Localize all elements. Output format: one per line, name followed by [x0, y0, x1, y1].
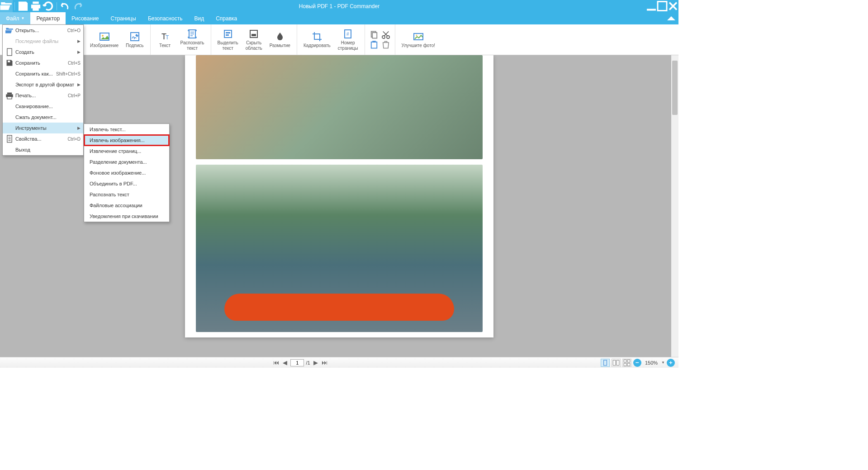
- ribbon-ocr-button[interactable]: Распознать текст: [177, 28, 208, 52]
- last-page-button[interactable]: ⏭: [321, 359, 328, 366]
- submenu-extract-text[interactable]: Извлечь текст...: [84, 124, 169, 135]
- menu-compress[interactable]: Сжать документ...: [3, 112, 83, 123]
- menu-editor[interactable]: Редактор: [30, 12, 66, 24]
- close-button[interactable]: [668, 0, 678, 12]
- menu-open[interactable]: Открыть... Ctrl+O: [3, 25, 83, 36]
- delete-icon[interactable]: [381, 40, 390, 49]
- ribbon-group-clipboard: [365, 24, 395, 55]
- submenu-background-img[interactable]: Фоновое изображение...: [84, 167, 169, 178]
- menu-view[interactable]: Вид: [188, 12, 210, 24]
- titlebar: Новый PDF 1 - PDF Commander: [0, 0, 678, 12]
- svg-rect-10: [226, 34, 229, 36]
- paste-icon[interactable]: [370, 40, 379, 49]
- menu-create[interactable]: Создать ▶: [3, 47, 83, 57]
- menu-item-label: Извлечь текст...: [90, 127, 166, 132]
- menu-security[interactable]: Безопасность: [142, 12, 189, 24]
- zoom-dropdown-icon[interactable]: ▼: [661, 361, 665, 365]
- page-canvas[interactable]: [185, 55, 493, 337]
- menu-item-label: Сканирование...: [15, 104, 81, 109]
- collapse-ribbon-icon[interactable]: [664, 12, 678, 24]
- minimize-button[interactable]: [646, 0, 657, 12]
- menu-exit[interactable]: Выход: [3, 144, 83, 155]
- ribbon-label: Кадрировать: [304, 43, 331, 48]
- first-page-button[interactable]: ⏮: [272, 359, 280, 366]
- menu-item-label: Открыть...: [15, 28, 67, 33]
- file-menu-dropdown: Открыть... Ctrl+O Последние файлы ▶ Созд…: [2, 24, 84, 156]
- svg-rect-4: [131, 33, 139, 41]
- save-icon[interactable]: [17, 0, 29, 12]
- pagenum-icon: #: [342, 28, 353, 39]
- crop-icon: [312, 31, 323, 42]
- redo-icon[interactable]: [71, 0, 84, 12]
- page-total-label: /1: [306, 360, 310, 366]
- ribbon-image-button[interactable]: Изображение: [86, 30, 122, 49]
- menu-item-label: Последние файлы: [15, 38, 77, 44]
- menu-tools[interactable]: Инструменты ▶: [3, 123, 83, 133]
- submenu-extract-images[interactable]: Извлечь изображения...: [84, 135, 169, 146]
- zoom-in-button[interactable]: +: [667, 359, 675, 367]
- svg-rect-27: [627, 360, 630, 362]
- ribbon-hide-area-button[interactable]: Скрыть область: [242, 28, 266, 52]
- maximize-button[interactable]: [657, 0, 668, 12]
- menu-file[interactable]: Файл▼: [0, 12, 30, 24]
- print-icon[interactable]: [29, 0, 42, 12]
- submenu-ocr[interactable]: Распознать текст: [84, 189, 169, 200]
- signature-icon: [129, 31, 140, 42]
- menu-scan[interactable]: Сканирование...: [3, 101, 83, 112]
- view-two-page-button[interactable]: [612, 359, 621, 367]
- menu-export[interactable]: Экспорт в другой формат ▶: [3, 79, 83, 90]
- ribbon-blur-button[interactable]: Размытие: [266, 30, 294, 49]
- open-icon[interactable]: [0, 0, 13, 12]
- blur-icon: [275, 31, 285, 42]
- submenu-merge-pdf[interactable]: Объединить в PDF...: [84, 178, 169, 189]
- cut-icon[interactable]: [381, 30, 390, 39]
- chevron-right-icon: ▶: [77, 126, 81, 130]
- svg-rect-12: [251, 34, 256, 36]
- menu-help[interactable]: Справка: [210, 12, 243, 24]
- view-grid-button[interactable]: [622, 359, 631, 367]
- ribbon-group-insert: Изображение Подпись: [84, 24, 151, 55]
- ribbon-enhance-button[interactable]: Улучшите фото!: [398, 30, 439, 49]
- rotate-icon[interactable]: [42, 0, 55, 12]
- submenu-split-doc[interactable]: Разделение документа...: [84, 157, 169, 167]
- properties-icon: [5, 135, 14, 143]
- menu-print[interactable]: Печать... Ctrl+P: [3, 90, 83, 101]
- hide-area-icon: [248, 28, 259, 39]
- copy-icon[interactable]: [370, 30, 379, 39]
- submenu-extract-pages[interactable]: Извлечение страниц...: [84, 146, 169, 157]
- next-page-button[interactable]: ▶: [312, 359, 319, 366]
- svg-point-22: [416, 34, 417, 36]
- ribbon-label: Скрыть область: [246, 40, 262, 51]
- undo-icon[interactable]: [59, 0, 71, 12]
- menu-pages[interactable]: Страницы: [105, 12, 142, 24]
- menu-item-label: Инструменты: [15, 125, 77, 131]
- tools-submenu-dropdown: Извлечь текст... Извлечь изображения... …: [84, 123, 170, 222]
- ribbon-crop-button[interactable]: Кадрировать: [300, 30, 334, 49]
- submenu-file-assoc[interactable]: Файловые ассоциации: [84, 200, 169, 211]
- ribbon-highlight-button[interactable]: Выделить текст: [214, 28, 242, 52]
- menu-file-label: Файл: [6, 15, 19, 22]
- view-single-page-button[interactable]: [601, 359, 610, 367]
- svg-rect-16: [372, 33, 377, 38]
- scrollbar-thumb[interactable]: [672, 61, 678, 115]
- highlight-icon: [223, 28, 233, 39]
- submenu-download-notify[interactable]: Уведомления при скачивании: [84, 211, 169, 222]
- menu-properties[interactable]: Свойства... Ctrl+D: [3, 133, 83, 144]
- shortcut-label: Shift+Ctrl+S: [56, 71, 81, 76]
- zoom-out-button[interactable]: −: [633, 359, 641, 367]
- prev-page-button[interactable]: ◀: [281, 359, 289, 366]
- page-number-input[interactable]: [290, 359, 304, 366]
- menu-item-label: Уведомления при скачивании: [90, 214, 166, 219]
- menu-item-label: Сохранить: [15, 60, 68, 66]
- ribbon-text-button[interactable]: TT Текст: [153, 30, 177, 49]
- menu-saveas[interactable]: Сохранить как... Shift+Ctrl+S: [3, 68, 83, 79]
- page-navigator: ⏮ ◀ /1 ▶ ⏭: [272, 359, 328, 366]
- menu-save[interactable]: Сохранить Ctrl+S: [3, 57, 83, 68]
- chevron-right-icon: ▶: [77, 39, 81, 43]
- menu-recent-files: Последние файлы ▶: [3, 36, 83, 47]
- ribbon-pagenum-button[interactable]: # Номер страницы: [334, 28, 362, 52]
- ribbon-label: Текст: [159, 43, 171, 48]
- menu-draw[interactable]: Рисование: [66, 12, 104, 24]
- ribbon-sign-button[interactable]: Подпись: [122, 30, 147, 49]
- vertical-scrollbar[interactable]: [671, 55, 678, 357]
